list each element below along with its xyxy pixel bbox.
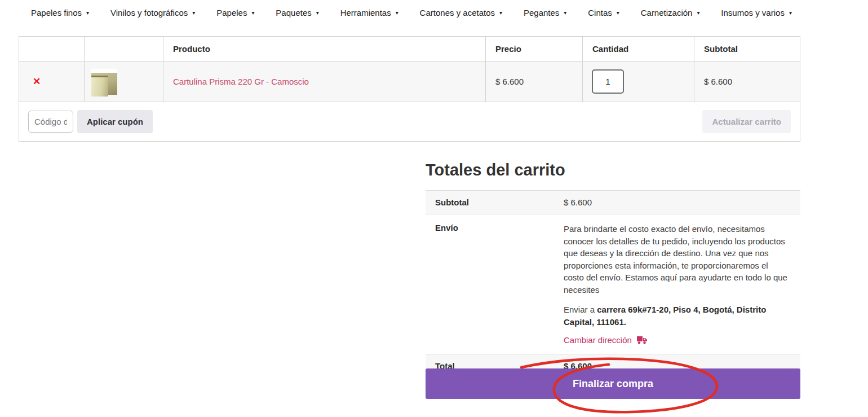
cart-table: Producto Precio Cantidad Subtotal ✕ Cart…	[19, 36, 800, 142]
shipping-row: Envío Para brindarte el costo exacto del…	[426, 214, 800, 354]
nav-item-label: Papeles	[216, 8, 247, 17]
cart-totals-title: Totales del carrito	[426, 161, 800, 179]
product-link[interactable]: Cartulina Prisma 220 Gr - Camoscio	[173, 77, 309, 86]
nav-item-label: Herramientas	[340, 8, 391, 17]
cart-item-row: ✕ Cartulina Prisma 220 Gr - Camoscio $ 6…	[19, 62, 800, 102]
chevron-down-icon: ▾	[499, 10, 502, 16]
nav-item-vinilos-y-fotograficos[interactable]: Vinilos y fotográficos ▾	[110, 8, 195, 17]
nav-item-insumos-y-varios[interactable]: Insumos y varios ▾	[721, 8, 792, 17]
col-header-precio: Precio	[486, 37, 583, 61]
subtotal-label: Subtotal	[426, 191, 564, 214]
change-address-label: Cambiar dirección	[564, 335, 632, 345]
chevron-down-icon: ▾	[617, 10, 619, 16]
nav-item-label: Cartones y acetatos	[420, 8, 495, 17]
col-header-thumbnail	[85, 37, 163, 61]
subtotal-row: Subtotal $ 6.600	[426, 190, 800, 214]
chevron-down-icon: ▾	[564, 10, 566, 16]
nav-item-label: Cintas	[588, 8, 612, 17]
chevron-down-icon: ▾	[316, 10, 319, 16]
quantity-input[interactable]	[592, 69, 624, 94]
chevron-down-icon: ▾	[192, 10, 195, 16]
coupon-code-input[interactable]	[28, 111, 73, 133]
col-header-subtotal: Subtotal	[694, 37, 800, 61]
nav-item-paquetes[interactable]: Paquetes ▾	[276, 8, 318, 17]
chevron-down-icon: ▾	[251, 10, 254, 16]
update-cart-button[interactable]: Actualizar carrito	[702, 110, 791, 133]
apply-coupon-button[interactable]: Aplicar cupón	[77, 110, 153, 133]
ship-to-prefix: Enviar a	[564, 305, 597, 314]
cart-totals-table: Subtotal $ 6.600 Envío Para brindarte el…	[426, 190, 800, 378]
chevron-down-icon: ▾	[396, 10, 398, 16]
col-header-cantidad: Cantidad	[583, 37, 694, 61]
remove-icon: ✕	[33, 76, 41, 87]
coupon-row: Aplicar cupón Actualizar carrito	[19, 102, 800, 141]
item-price: $ 6.600	[486, 62, 583, 102]
nav-item-papeles-finos[interactable]: Papeles finos ▾	[31, 8, 89, 17]
col-header-producto: Producto	[163, 37, 486, 61]
cart-table-header: Producto Precio Cantidad Subtotal	[19, 37, 800, 62]
nav-item-carnetizacion[interactable]: Carnetización ▾	[641, 8, 700, 17]
ship-to-suffix: .	[624, 317, 626, 327]
chevron-down-icon: ▾	[697, 10, 699, 16]
nav-item-pegantes[interactable]: Pegantes ▾	[524, 8, 566, 17]
checkout-button[interactable]: Finalizar compra	[426, 368, 800, 399]
change-address-link[interactable]: Cambiar dirección	[564, 335, 648, 345]
nav-item-papeles[interactable]: Papeles ▾	[216, 8, 254, 17]
cart-totals: Totales del carrito Subtotal $ 6.600 Env…	[426, 161, 800, 378]
remove-item-button[interactable]: ✕	[33, 77, 41, 86]
nav-item-herramientas[interactable]: Herramientas ▾	[340, 8, 398, 17]
category-nav: Papeles finos ▾ Vinilos y fotográficos ▾…	[31, 8, 792, 17]
ship-to-line: Enviar a carrera 69k#71-20, Piso 4, Bogo…	[564, 304, 790, 328]
shipping-label: Envío	[426, 214, 564, 354]
chevron-down-icon: ▾	[86, 10, 89, 16]
chevron-down-icon: ▾	[789, 10, 792, 16]
shipping-description: Para brindarte el costo exacto del envío…	[564, 223, 790, 296]
product-thumbnail[interactable]	[91, 69, 117, 95]
nav-item-label: Paquetes	[276, 8, 311, 17]
subtotal-value: $ 6.600	[564, 191, 800, 214]
nav-item-label: Vinilos y fotográficos	[110, 8, 188, 17]
nav-item-label: Pegantes	[524, 8, 559, 17]
item-subtotal: $ 6.600	[694, 62, 800, 102]
nav-item-cartones-y-acetatos[interactable]: Cartones y acetatos ▾	[420, 8, 502, 17]
truck-icon	[637, 336, 648, 345]
col-header-remove	[19, 37, 85, 61]
nav-item-cintas[interactable]: Cintas ▾	[588, 8, 619, 17]
nav-item-label: Carnetización	[641, 8, 693, 17]
nav-item-label: Insumos y varios	[721, 8, 785, 17]
nav-item-label: Papeles finos	[31, 8, 82, 17]
